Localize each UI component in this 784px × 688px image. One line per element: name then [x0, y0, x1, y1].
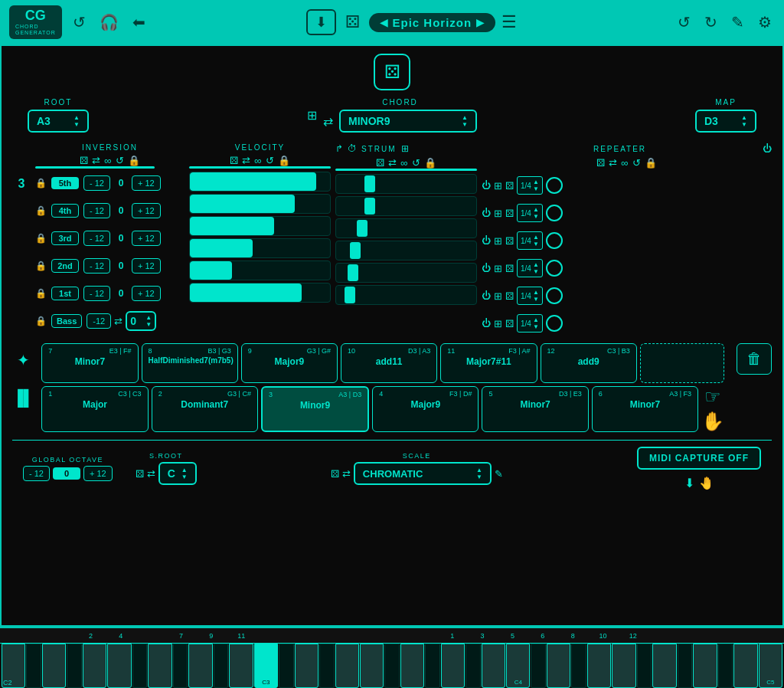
- strum-grid-icon[interactable]: ⊞: [401, 143, 409, 154]
- rep-rate-4th[interactable]: 1/4 ▲▼: [517, 204, 543, 222]
- piano-key-d2[interactable]: [42, 644, 66, 688]
- inv-max-3rd[interactable]: + 12: [132, 231, 161, 246]
- vel-slider-5th[interactable]: [189, 172, 331, 192]
- inv-max-5th[interactable]: + 12: [132, 175, 161, 191]
- str-shuffle-icon[interactable]: ⇄: [388, 157, 397, 169]
- rep-pow-1st[interactable]: ⏻: [482, 290, 491, 301]
- piano-key-e2[interactable]: [83, 644, 106, 688]
- piano-key-fs4[interactable]: [637, 644, 652, 688]
- piano-key-cs3[interactable]: [279, 644, 294, 688]
- inv-shuffle-icon[interactable]: ⇄: [92, 155, 100, 166]
- menu-button[interactable]: ☰: [501, 12, 517, 32]
- map-spin[interactable]: ▲▼: [741, 114, 747, 128]
- rep-rate-bass[interactable]: 1/4 ▲▼: [517, 314, 543, 333]
- chord-select[interactable]: MINOR9 ▲▼: [339, 110, 477, 133]
- chord-card-1[interactable]: 1C3 | C3 Major: [41, 386, 148, 432]
- sroot-dice-icon[interactable]: ⚄: [136, 468, 144, 480]
- chord-grid-icon[interactable]: ⊞: [307, 108, 317, 123]
- oct-min-button[interactable]: - 12: [23, 466, 50, 481]
- sroot-select[interactable]: C ▲▼: [158, 462, 197, 485]
- rep-dice2-bass[interactable]: ⚄: [505, 318, 514, 329]
- rep-rate-3rd[interactable]: 1/4 ▲▼: [517, 231, 543, 250]
- piano-key-e3[interactable]: [335, 644, 359, 688]
- rep-rate-spin-5th[interactable]: ▲▼: [533, 179, 539, 192]
- inv-max-4th[interactable]: + 12: [132, 203, 161, 218]
- scale-edit-icon[interactable]: ✎: [495, 468, 503, 480]
- piano-key-c5[interactable]: C5: [759, 644, 782, 688]
- preset-next-button[interactable]: ▶: [476, 16, 485, 28]
- bass-spin[interactable]: ▲▼: [145, 314, 152, 328]
- chord-card-12[interactable]: 12C3 | B3 add9: [541, 343, 637, 383]
- hand-point-icon[interactable]: ☞: [704, 386, 721, 408]
- piano-key-cs4[interactable]: [531, 644, 546, 688]
- rep-dice2-3rd[interactable]: ⚄: [505, 235, 514, 247]
- dice-top-button[interactable]: ⚄: [342, 9, 363, 35]
- inv-lock-icon[interactable]: 🔒: [128, 155, 140, 166]
- bars-icon[interactable]: ▐▌: [12, 389, 34, 407]
- piano-key-a2[interactable]: [188, 644, 212, 688]
- strum-corner-icon[interactable]: ↱: [335, 143, 343, 154]
- download-button[interactable]: ⬇: [306, 9, 336, 35]
- chord-card-11[interactable]: 11F3 | A# Major7#11: [440, 343, 537, 383]
- vel-slider-3rd[interactable]: [189, 216, 331, 236]
- lock-1st[interactable]: 🔒: [35, 288, 47, 299]
- piano-key-ds2[interactable]: [67, 644, 82, 688]
- rep-pow-bass[interactable]: ⏻: [482, 318, 491, 329]
- scale-shuffle-icon[interactable]: ⇄: [342, 468, 351, 480]
- rep-shuffle-icon[interactable]: ⇄: [609, 157, 617, 169]
- piano-key-cs2[interactable]: [26, 644, 41, 688]
- preset-prev-button[interactable]: ◀: [380, 16, 388, 28]
- rep-dice-icon[interactable]: ⚄: [596, 157, 605, 169]
- piano-key-a3[interactable]: [441, 644, 465, 688]
- piano-key-g3[interactable]: [400, 644, 424, 688]
- midi-down-icon[interactable]: ⬇: [684, 476, 694, 490]
- pencil-button[interactable]: ✎: [728, 10, 747, 34]
- piano-key-gs3[interactable]: [425, 644, 440, 688]
- piano-key-gs2[interactable]: [173, 644, 188, 688]
- chord-card-6[interactable]: 6A3 | F3 Minor7: [592, 386, 698, 432]
- headphone-button[interactable]: 🎧: [96, 10, 122, 34]
- rep-rate-1st[interactable]: 1/4 ▲▼: [517, 287, 543, 305]
- rep-rate-2nd[interactable]: 1/4 ▲▼: [517, 259, 543, 277]
- scale-dice-icon[interactable]: ⚄: [331, 468, 339, 480]
- rep-rate-spin-1st[interactable]: ▲▼: [533, 289, 539, 303]
- hand-grab-icon[interactable]: ✋: [701, 411, 724, 432]
- random-dice-button[interactable]: ⚄: [374, 54, 410, 90]
- piano-key-e4[interactable]: [587, 644, 611, 688]
- piano-key-g2[interactable]: [148, 644, 172, 688]
- piano-key-f3[interactable]: [360, 644, 384, 688]
- rep-dice2-4th[interactable]: ⚄: [505, 208, 514, 219]
- piano-key-fs3[interactable]: [384, 644, 400, 688]
- piano-keys-row[interactable]: C3 C4: [0, 644, 784, 688]
- chord-card-5[interactable]: 5D3 | E3 Minor7: [482, 386, 588, 432]
- strum-clock-icon[interactable]: ⏱: [348, 143, 357, 154]
- str-slider-3rd[interactable]: [335, 218, 477, 238]
- vel-lock-icon[interactable]: 🔒: [278, 155, 290, 166]
- root-select[interactable]: A3 ▲▼: [28, 110, 89, 133]
- settings-button[interactable]: ⚙: [755, 10, 775, 34]
- preset-selector[interactable]: ◀ Epic Horizon ▶: [369, 13, 496, 32]
- map-select[interactable]: D3 ▲▼: [695, 110, 756, 133]
- vel-shuffle-icon[interactable]: ⇄: [242, 155, 250, 166]
- scale-select[interactable]: CHROMATIC ▲▼: [354, 462, 492, 485]
- piano-key-c3[interactable]: C3: [254, 644, 278, 688]
- piano-key-fs2[interactable]: [132, 644, 148, 688]
- rep-power-icon[interactable]: ⏻: [763, 143, 772, 154]
- lock-bass[interactable]: 🔒: [35, 316, 47, 326]
- str-slider-4th[interactable]: [335, 196, 477, 216]
- rep-lock-icon[interactable]: 🔒: [645, 157, 657, 169]
- rep-grid-1st[interactable]: ⊞: [494, 290, 502, 302]
- piano-key-b3[interactable]: [482, 644, 505, 688]
- vel-slider-4th[interactable]: [189, 194, 331, 214]
- chord-random-icon[interactable]: ⇄: [323, 114, 333, 129]
- inv-min-3rd[interactable]: - 12: [83, 231, 110, 246]
- rep-circle-4th[interactable]: [546, 205, 563, 221]
- piano-key-c4[interactable]: C4: [506, 644, 530, 688]
- inv-max-1st[interactable]: + 12: [132, 286, 161, 301]
- inv-max-2nd[interactable]: + 12: [132, 258, 161, 274]
- rep-reset-icon[interactable]: ↺: [632, 157, 641, 169]
- str-link-icon[interactable]: ∞: [400, 157, 407, 169]
- bass-val-select[interactable]: 0 ▲▼: [126, 311, 156, 331]
- bass-shuffle-icon[interactable]: ⇄: [114, 316, 122, 327]
- undo2-button[interactable]: ↺: [675, 10, 694, 34]
